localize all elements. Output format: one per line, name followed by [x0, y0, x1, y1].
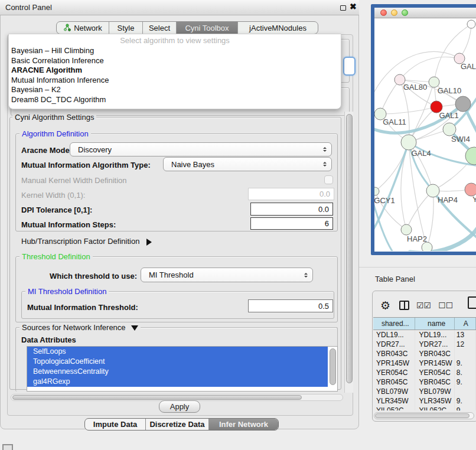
table-row[interactable]: YBR045CYBR045C9.	[373, 377, 476, 387]
network-edge[interactable]	[375, 142, 409, 191]
tab-discretize-data[interactable]: Discretize Data	[145, 419, 208, 430]
which-threshold-select[interactable]: MI Threshold	[141, 268, 313, 282]
table-cell[interactable]: YDR27...	[415, 340, 455, 349]
tab-infer-network[interactable]: Infer Network	[208, 419, 278, 430]
network-node[interactable]	[401, 224, 412, 235]
data-attribute-item[interactable]: gal4RGexp	[27, 377, 328, 387]
table-cell[interactable]: YBR045C	[373, 377, 415, 387]
tab-cyni-toolbox[interactable]: Cyni Toolbox	[176, 22, 237, 34]
sources-group-title[interactable]: Sources for Network Inference	[19, 323, 141, 334]
network-edge[interactable]	[434, 24, 471, 82]
table-cell[interactable]	[455, 349, 476, 358]
scrollbar-thumb[interactable]	[12, 395, 302, 400]
table-cell[interactable]: YBL079W	[415, 387, 455, 396]
table-row[interactable]: YDR27...YDR27...12	[373, 340, 476, 349]
tab-jactivemnodules[interactable]: jActiveMNodules	[237, 22, 318, 34]
hub-definition-expander[interactable]: Hub/Transcription Factor Definition	[21, 237, 155, 246]
dpi-tolerance-field[interactable]: 0.0	[250, 203, 333, 216]
float-window-icon[interactable]	[340, 5, 346, 11]
network-node[interactable]	[465, 147, 476, 165]
table-row[interactable]: YDL19...YDL19...13	[373, 330, 476, 340]
table-cell[interactable]: YPR145W	[373, 358, 415, 368]
table-row[interactable]: YLR345WYLR345W9.	[373, 396, 476, 406]
column-header-partial[interactable]: A	[455, 318, 476, 330]
network-node[interactable]	[401, 135, 416, 150]
tab-impute-data[interactable]: Impute Data	[85, 419, 145, 430]
close-traffic-light-icon[interactable]	[380, 9, 387, 16]
table-cell[interactable]: YDL19...	[415, 330, 455, 340]
focused-combo-fragment[interactable]	[343, 57, 356, 76]
table-cell[interactable]: 12	[455, 340, 476, 349]
table-cell[interactable]: 9.	[455, 396, 476, 406]
table-cell[interactable]: YBR045C	[415, 377, 455, 387]
table-cell[interactable]: 9.	[455, 406, 476, 410]
table-cell[interactable]: YLR345W	[415, 396, 455, 406]
table-cell[interactable]: YLR345W	[373, 396, 415, 406]
network-node[interactable]	[465, 183, 476, 196]
algorithm-option[interactable]: Basic Correlation Inference	[9, 56, 341, 66]
scrollbar-thumb[interactable]	[375, 413, 470, 418]
network-edge[interactable]	[406, 191, 433, 230]
table-row[interactable]: YER054CYER054C8.	[373, 368, 476, 377]
mi-steps-field[interactable]: 6	[250, 217, 333, 230]
network-node[interactable]	[422, 242, 432, 251]
split-columns-icon[interactable]	[399, 301, 409, 310]
data-attributes-list[interactable]: SelfLoopsTopologicalCoefficientBetweenne…	[27, 346, 338, 392]
settings-vertical-scrollbar[interactable]	[344, 112, 353, 393]
network-edge[interactable]	[400, 57, 459, 80]
table-cell[interactable]: 8.	[455, 368, 476, 377]
table-cell[interactable]: 9.	[455, 358, 476, 368]
mi-threshold-field[interactable]: 0.5	[248, 299, 333, 312]
network-node[interactable]	[443, 123, 456, 136]
table-row[interactable]: YBR043CYBR043C	[373, 349, 476, 358]
table-cell[interactable]: YDR27...	[373, 340, 415, 349]
network-edge[interactable]	[427, 191, 433, 247]
gear-icon[interactable]: ⚙	[380, 299, 390, 312]
network-canvas[interactable]: GALGAL80GAL10GAL1GAL11SWI4GAL4HAP4YGCY1H…	[374, 18, 476, 251]
data-attribute-item[interactable]: TopologicalCoefficient	[27, 357, 328, 367]
algorithm-option[interactable]: ARACNE Algorithm	[9, 66, 341, 76]
table-cell[interactable]	[455, 387, 476, 396]
table-cell[interactable]: YBR043C	[373, 349, 415, 358]
minimized-panel-icon[interactable]	[2, 444, 13, 450]
column-header-shared-name[interactable]: shared...	[373, 318, 415, 330]
close-icon[interactable]: ✖	[350, 2, 357, 11]
data-attribute-item[interactable]: SelfLoops	[27, 347, 328, 357]
column-header-name[interactable]: name	[415, 318, 455, 330]
table-cell[interactable]: 9.	[455, 377, 476, 387]
algorithm-option[interactable]: Dream8 DC_TDC Algorithm	[9, 95, 341, 105]
algorithm-option[interactable]: Mutual Information Inference	[9, 76, 341, 86]
table-cell[interactable]: YPR145W	[415, 358, 455, 368]
table-horizontal-scrollbar[interactable]	[374, 412, 474, 419]
table-cell[interactable]: YER054C	[373, 368, 415, 377]
network-node[interactable]	[467, 20, 475, 28]
table-cell[interactable]: YIL052C	[415, 406, 455, 410]
kernel-width-field[interactable]: 0.0	[248, 188, 334, 200]
checked-checkbox-pair-icon[interactable]: ☑☑	[416, 301, 431, 310]
zoom-traffic-light-icon[interactable]	[402, 9, 408, 16]
minimize-traffic-light-icon[interactable]	[391, 9, 397, 16]
tab-style[interactable]: Style	[109, 22, 142, 34]
table-cell[interactable]: YBR043C	[415, 349, 455, 358]
table-cell[interactable]: YDL19...	[373, 330, 415, 340]
mi-type-select[interactable]: Naive Bayes	[163, 157, 332, 171]
unchecked-checkbox-pair-icon[interactable]: ☐☐	[438, 301, 453, 310]
table-row[interactable]: YBL079WYBL079W	[373, 387, 476, 396]
table-cell[interactable]: YBL079W	[373, 387, 415, 396]
network-node[interactable]	[455, 96, 471, 112]
attributes-scrollbar[interactable]	[330, 348, 336, 385]
apply-button[interactable]: Apply	[159, 400, 200, 413]
table-cell[interactable]: 13	[455, 330, 476, 340]
data-attribute-item[interactable]: BetweennessCentrality	[27, 367, 328, 377]
table-row[interactable]: YPR145WYPR145W9.	[373, 358, 476, 368]
aracne-mode-select[interactable]: Discovery	[70, 142, 332, 156]
algorithm-option[interactable]: Bayesian – Hill Climbing	[9, 46, 341, 56]
tab-network[interactable]: Network	[57, 22, 109, 34]
table-row[interactable]: YIL052CYIL052C9.	[373, 406, 476, 410]
table-cell[interactable]: YIL052C	[373, 406, 415, 410]
manual-kernel-checkbox[interactable]	[324, 175, 333, 184]
scrollbar-thumb[interactable]	[346, 114, 353, 383]
algorithm-option[interactable]: Bayesian – K2	[9, 85, 341, 95]
file-icon[interactable]	[468, 296, 476, 309]
tab-select[interactable]: Select	[142, 22, 176, 34]
